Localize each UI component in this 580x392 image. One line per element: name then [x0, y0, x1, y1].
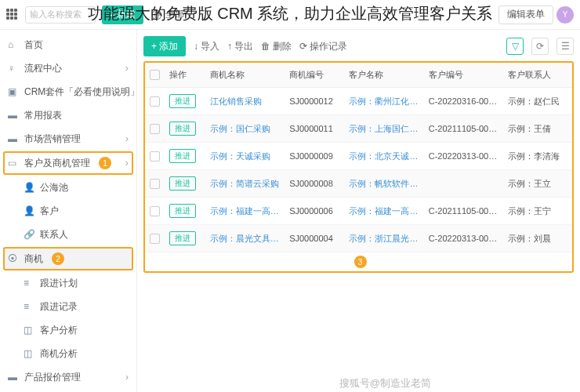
- sidebar-item-10[interactable]: ≡跟进计划: [0, 271, 136, 295]
- row-checkbox[interactable]: [150, 124, 160, 134]
- contact-name: 示例：王立: [503, 170, 572, 198]
- customer-code: C-20220316-0000001: [424, 88, 503, 115]
- progress-tag[interactable]: 推进: [169, 94, 196, 108]
- column-header[interactable]: 客户编号: [424, 63, 503, 88]
- table-row[interactable]: 推进示例：福建一高3月订单SJ0000006示例：福建一高集团C-2021110…: [145, 198, 572, 225]
- customer-name[interactable]: 示例：浙江晨光文具…: [344, 225, 423, 252]
- column-header[interactable]: 商机编号: [285, 63, 344, 88]
- folder-icon: ▬: [8, 133, 19, 144]
- sidebar-item-7[interactable]: 👤客户: [0, 199, 136, 223]
- sidebar-item-label: 公海池: [40, 181, 68, 194]
- add-button[interactable]: + 添加: [143, 36, 186, 56]
- export-button[interactable]: ↑ 导出: [227, 40, 253, 53]
- delete-button[interactable]: 🗑 删除: [261, 40, 292, 53]
- list-icon: ≡: [24, 278, 34, 289]
- folder-icon: ▬: [8, 110, 19, 121]
- table-row[interactable]: 推进示例：简谱云采购SJ0000008示例：帆软软件有限公司示例：王立: [145, 170, 572, 198]
- customer-name[interactable]: 示例：上海国仁有限…: [344, 115, 423, 143]
- list-icon: ≡: [24, 301, 34, 312]
- sidebar-item-0[interactable]: ⌂首页: [0, 33, 136, 56]
- column-header[interactable]: 客户联系人: [503, 63, 572, 88]
- scope-dropdown[interactable]: 全部 ▾: [151, 8, 192, 21]
- settings-icon[interactable]: ☰: [556, 38, 574, 55]
- row-checkbox[interactable]: [150, 151, 160, 162]
- sidebar-item-3[interactable]: ▬常用报表: [0, 103, 136, 127]
- main-content: + 添加 ↓ 导入 ↑ 导出 🗑 删除 ⟳ 操作记录 ▽ ⟳ ☰ 操作商机名称商…: [137, 30, 580, 392]
- select-all-checkbox[interactable]: [150, 70, 160, 80]
- sidebar-item-label: 流程中心: [24, 62, 62, 75]
- chevron-right-icon: ›: [125, 372, 129, 383]
- contact-name: 示例：王宁: [503, 198, 572, 225]
- opportunity-code: SJ0000011: [285, 115, 344, 143]
- column-header[interactable]: 商机名称: [205, 63, 285, 88]
- refresh-icon[interactable]: ⟳: [531, 38, 549, 55]
- sidebar-item-14[interactable]: ▬产品报价管理›: [0, 365, 136, 389]
- table-row[interactable]: 推进江化销售采购SJ0000012示例：衢州江化集团C-20220316-000…: [145, 88, 572, 115]
- target-icon: ⦿: [8, 253, 19, 264]
- opportunity-name[interactable]: 示例：天诚采购: [205, 143, 285, 170]
- apps-icon[interactable]: [6, 9, 19, 21]
- sidebar-item-8[interactable]: 🔗联系人: [0, 223, 136, 246]
- sidebar-item-12[interactable]: ◫客户分析: [0, 318, 136, 342]
- sidebar-item-label: 跟进计划: [40, 277, 78, 290]
- row-checkbox[interactable]: [150, 234, 160, 244]
- filter-icon[interactable]: ▽: [506, 38, 524, 55]
- search-input[interactable]: 输入名称搜索: [25, 6, 96, 24]
- sidebar-item-label: 市场营销管理: [24, 132, 81, 146]
- progress-tag[interactable]: 推进: [169, 176, 196, 191]
- column-header[interactable]: 客户名称: [344, 63, 423, 88]
- annotation-badge-1: 1: [99, 157, 111, 169]
- sidebar-item-11[interactable]: ≡跟进记录: [0, 295, 136, 318]
- sidebar-item-label: 常用报表: [24, 109, 62, 122]
- row-checkbox[interactable]: [150, 179, 160, 189]
- new-button[interactable]: + 新建: [102, 5, 143, 24]
- sidebar-item-1[interactable]: ♀流程中心›: [0, 56, 136, 80]
- opportunity-name[interactable]: 示例：国仁采购: [205, 115, 285, 143]
- customer-name[interactable]: 示例：北京天诚软件…: [344, 143, 423, 170]
- opportunity-code: SJ0000006: [285, 198, 344, 225]
- row-checkbox[interactable]: [150, 96, 160, 107]
- sidebar-item-6[interactable]: 👤公海池: [0, 176, 136, 199]
- progress-tag[interactable]: 推进: [169, 204, 196, 218]
- sidebar-item-13[interactable]: ◫商机分析: [0, 342, 136, 365]
- sidebar-item-label: 商机: [24, 252, 43, 266]
- table-row[interactable]: 推进示例：晨光文具设备…SJ0000004示例：浙江晨光文具…C-2022031…: [145, 225, 572, 252]
- opportunity-name[interactable]: 示例：福建一高3月订单: [205, 198, 285, 225]
- sidebar-item-9[interactable]: ⦿商机2: [3, 247, 133, 270]
- doc-icon: ▣: [8, 86, 19, 97]
- globe-icon: [151, 9, 162, 20]
- sidebar-item-2[interactable]: ▣CRM套件「必看使用说明」: [0, 80, 136, 103]
- sidebar-item-5[interactable]: ▭客户及商机管理1›: [3, 151, 133, 175]
- import-button[interactable]: ↓ 导入: [194, 40, 219, 53]
- customer-code: [424, 170, 503, 198]
- chart-icon: ◫: [24, 348, 34, 359]
- contact-name: 示例：刘晨: [503, 225, 572, 252]
- chart-icon: ◫: [24, 325, 34, 336]
- customer-code: C-20211105-0000001: [424, 115, 503, 143]
- row-checkbox[interactable]: [150, 206, 160, 216]
- customer-name[interactable]: 示例：帆软软件有限公司: [344, 170, 423, 198]
- table-row[interactable]: 推进示例：国仁采购SJ0000011示例：上海国仁有限…C-20211105-0…: [145, 115, 572, 143]
- edit-form-button[interactable]: 编辑表单: [498, 5, 553, 24]
- link-icon: 🔗: [24, 229, 34, 240]
- sidebar-item-4[interactable]: ▬市场营销管理›: [0, 127, 136, 151]
- progress-tag[interactable]: 推进: [169, 149, 196, 163]
- annotation-badge-2: 2: [52, 252, 64, 265]
- table-row[interactable]: 推进示例：天诚采购SJ0000009示例：北京天诚软件…C-20220313-0…: [145, 143, 572, 170]
- opportunity-name[interactable]: 示例：晨光文具设备…: [205, 225, 285, 252]
- folder-icon: ▬: [8, 372, 19, 383]
- progress-tag[interactable]: 推进: [169, 231, 196, 245]
- sidebar-item-label: 客户分析: [40, 324, 78, 337]
- customer-name[interactable]: 示例：衢州江化集团: [344, 88, 423, 115]
- progress-tag[interactable]: 推进: [169, 122, 196, 136]
- customer-name[interactable]: 示例：福建一高集团: [344, 198, 423, 225]
- sidebar-item-15[interactable]: ▬合同/回款/开票管理›: [0, 389, 136, 392]
- avatar[interactable]: Y: [556, 6, 574, 24]
- sidebar: ⌂首页♀流程中心›▣CRM套件「必看使用说明」▬常用报表▬市场营销管理›▭客户及…: [0, 30, 137, 392]
- opportunity-name[interactable]: 江化销售采购: [205, 88, 285, 115]
- opportunity-code: SJ0000012: [285, 88, 344, 115]
- column-header[interactable]: 操作: [165, 63, 205, 88]
- user-icon: 👤: [24, 205, 34, 216]
- log-button[interactable]: ⟳ 操作记录: [299, 40, 347, 53]
- opportunity-name[interactable]: 示例：简谱云采购: [205, 170, 285, 198]
